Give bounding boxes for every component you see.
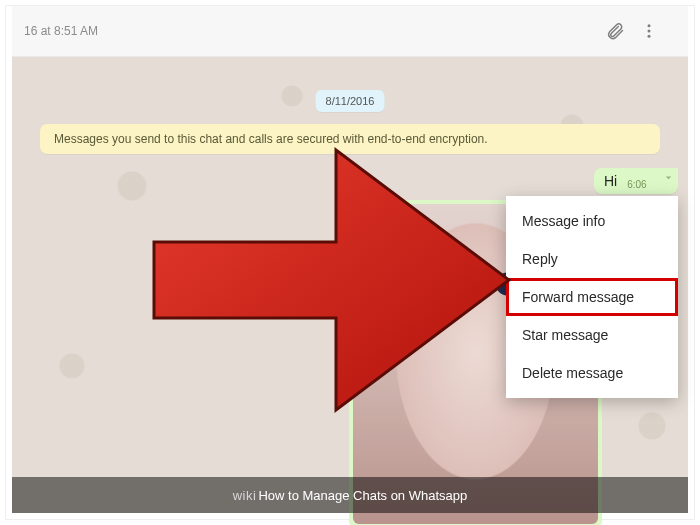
message-text: Hi [604,173,617,189]
header-timestamp: 16 at 8:51 AM [24,24,98,38]
svg-point-1 [648,30,651,33]
menu-item-message-info[interactable]: Message info [506,202,678,240]
chat-header: 16 at 8:51 AM [12,6,688,57]
menu-item-star-message[interactable]: Star message [506,316,678,354]
attach-icon[interactable] [598,14,632,48]
svg-point-0 [648,24,651,27]
caption-prefix: wiki [233,488,257,503]
svg-point-2 [648,35,651,38]
caption-bar: wiki How to Manage Chats on Whatsapp [12,477,688,513]
message-time: 6:06 [627,179,646,190]
encryption-banner: Messages you send to this chat and calls… [40,124,660,154]
more-menu-icon[interactable] [632,14,666,48]
menu-item-reply[interactable]: Reply [506,240,678,278]
chevron-down-icon[interactable] [662,171,675,187]
message-context-menu: Message info Reply Forward message Star … [506,196,678,398]
menu-item-forward-message[interactable]: Forward message [506,278,678,316]
date-separator: 8/11/2016 [316,90,385,112]
caption-title: How to Manage Chats on Whatsapp [258,488,467,503]
outgoing-message-bubble[interactable]: Hi 6:06 [594,168,678,194]
menu-item-delete-message[interactable]: Delete message [506,354,678,392]
